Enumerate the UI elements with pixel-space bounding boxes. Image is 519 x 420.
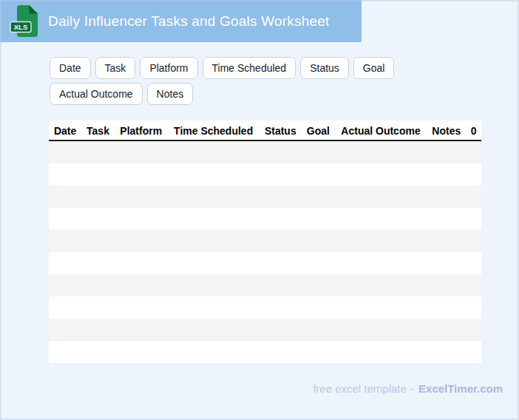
- page-title: Daily Influencer Tasks and Goals Workshe…: [48, 13, 330, 30]
- table-row: [49, 319, 481, 341]
- tag-goal[interactable]: Goal: [353, 57, 395, 79]
- table-body: [49, 141, 481, 363]
- xls-file-icon: XLS: [10, 4, 39, 38]
- table-header: Date Task Platform Time Scheduled Status…: [49, 121, 481, 141]
- table-row: [49, 297, 481, 319]
- table-header-row: Date Task Platform Time Scheduled Status…: [49, 121, 481, 140]
- worksheet-table: Date Task Platform Time Scheduled Status…: [49, 121, 481, 363]
- column-header-goal: Goal: [302, 121, 335, 140]
- table-row: [49, 252, 481, 274]
- column-header-platform: Platform: [115, 121, 168, 140]
- table-row: [49, 208, 481, 230]
- table-row: [49, 230, 481, 252]
- table-row: [49, 186, 481, 208]
- footer-brand-link[interactable]: ExcelTimer.com: [418, 382, 503, 395]
- header-band: XLS Daily Influencer Tasks and Goals Wor…: [0, 0, 362, 42]
- svg-text:XLS: XLS: [14, 23, 27, 31]
- table-row: [49, 163, 481, 186]
- column-header-zero: 0: [466, 121, 481, 140]
- worksheet-page: XLS Daily Influencer Tasks and Goals Wor…: [0, 0, 519, 420]
- column-header-actual-outcome: Actual Outcome: [335, 121, 427, 140]
- table-row: [49, 341, 481, 363]
- tag-notes[interactable]: Notes: [147, 83, 194, 105]
- column-header-status: Status: [260, 121, 302, 140]
- tag-date[interactable]: Date: [50, 57, 91, 79]
- column-header-notes: Notes: [427, 121, 466, 140]
- footer: free excel template -ExcelTimer.com: [313, 382, 503, 395]
- footer-text: free excel template -: [313, 382, 413, 395]
- table-row: [49, 274, 481, 297]
- tag-task[interactable]: Task: [95, 57, 136, 79]
- table-row: [49, 141, 481, 163]
- tag-platform[interactable]: Platform: [140, 57, 197, 79]
- column-header-task: Task: [81, 121, 115, 140]
- tag-actual-outcome[interactable]: Actual Outcome: [50, 83, 143, 105]
- tag-time-scheduled[interactable]: Time Scheduled: [203, 57, 296, 79]
- column-header-date: Date: [49, 121, 81, 140]
- tag-status[interactable]: Status: [300, 57, 349, 79]
- tag-list: Date Task Platform Time Scheduled Status…: [50, 57, 460, 105]
- column-header-time-scheduled: Time Scheduled: [168, 121, 260, 140]
